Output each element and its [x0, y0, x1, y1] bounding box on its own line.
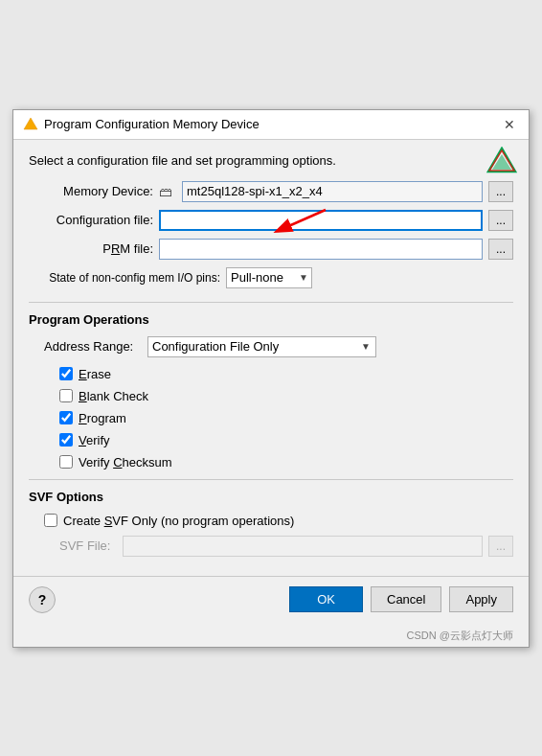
svf-file-label: SVF File: [59, 538, 117, 553]
erase-checkbox[interactable] [59, 367, 73, 380]
dialog-title: Program Configuration Memory Device [44, 117, 260, 131]
blank-check-row: Blank Check [59, 389, 513, 403]
watermark: CSDN @云影点灯大师 [13, 627, 529, 647]
program-label: Program [79, 411, 126, 425]
create-svf-label: Create SVF Only (no program operations) [63, 514, 294, 528]
prm-file-label: PRM file: [29, 241, 153, 256]
footer-right: OK Cancel Apply [289, 586, 513, 612]
config-file-browse-button[interactable]: ... [488, 210, 513, 231]
svf-options-title: SVF Options [29, 490, 513, 504]
prm-file-input[interactable] [159, 239, 483, 260]
ok-button[interactable]: OK [289, 586, 363, 612]
memory-device-label: Memory Device: [29, 184, 153, 198]
address-range-label: Address Range: [44, 339, 140, 354]
prm-file-browse-button[interactable]: ... [488, 239, 513, 260]
memory-device-row: Memory Device: 🗃 ... [29, 181, 513, 202]
verify-checksum-row: Verify Checksum [59, 455, 513, 470]
program-operations-title: Program Operations [29, 312, 513, 327]
title-bar: Program Configuration Memory Device ✕ [13, 110, 529, 140]
svf-divider [29, 479, 513, 480]
dialog-subtitle: Select a configuration file and set prog… [29, 153, 513, 168]
state-row: State of non-config mem I/O pins: Pull-n… [29, 267, 513, 288]
close-button[interactable]: ✕ [500, 116, 519, 133]
program-row: Program [59, 411, 513, 425]
config-file-label: Configuration file: [29, 213, 153, 227]
program-checkbox[interactable] [59, 411, 73, 424]
verify-checksum-label: Verify Checksum [79, 455, 172, 470]
section-divider [29, 302, 513, 303]
address-range-select[interactable]: Configuration File Only Entire Configura… [147, 336, 376, 357]
memory-device-input[interactable] [182, 181, 483, 202]
title-bar-left: Program Configuration Memory Device [23, 117, 260, 132]
program-config-dialog: Program Configuration Memory Device ✕ Se… [12, 109, 530, 648]
memory-device-browse-button[interactable]: ... [488, 181, 513, 202]
address-select-wrapper: Configuration File Only Entire Configura… [147, 336, 376, 357]
svf-file-input [123, 536, 483, 557]
app-icon [23, 117, 38, 132]
state-select-wrapper: Pull-none Pull-up Pull-down ▼ [226, 267, 312, 288]
create-svf-checkbox[interactable] [44, 514, 57, 527]
address-range-row: Address Range: Configuration File Only E… [44, 336, 513, 357]
verify-row: Verify [59, 433, 513, 447]
dialog-body: Select a configuration file and set prog… [13, 140, 529, 570]
verify-checkbox[interactable] [59, 433, 73, 447]
help-button[interactable]: ? [29, 586, 56, 613]
checkbox-list: Erase Blank Check Program Verify Verify … [59, 367, 513, 470]
config-file-row: Configuration file: ... [29, 210, 513, 231]
create-svf-row: Create SVF Only (no program operations) [44, 514, 513, 528]
dialog-footer: ? OK Cancel Apply [13, 576, 529, 627]
svg-marker-0 [24, 118, 37, 129]
verify-checksum-checkbox[interactable] [59, 455, 73, 469]
state-label: State of non-config mem I/O pins: [29, 271, 220, 285]
erase-row: Erase [59, 367, 513, 381]
logo-area [486, 147, 517, 180]
program-operations-section: Program Operations Address Range: Config… [29, 312, 513, 470]
verify-label: Verify [79, 433, 110, 447]
svf-options-section: SVF Options Create SVF Only (no program … [29, 490, 513, 557]
svf-browse-button: ... [488, 536, 513, 557]
cancel-button[interactable]: Cancel [371, 586, 441, 612]
apply-button[interactable]: Apply [449, 586, 513, 612]
form-section: Memory Device: 🗃 ... Configuration file:… [29, 181, 513, 288]
memory-device-icon: 🗃 [159, 184, 172, 199]
erase-label: Erase [79, 367, 111, 381]
state-select[interactable]: Pull-none Pull-up Pull-down [226, 267, 312, 288]
blank-check-label: Blank Check [79, 389, 148, 403]
svf-file-row: SVF File: ... [59, 536, 513, 557]
footer-left: ? [29, 586, 56, 613]
blank-check-checkbox[interactable] [59, 389, 73, 402]
config-file-input[interactable] [159, 210, 483, 231]
xilinx-logo [486, 147, 517, 177]
prm-file-row: PRM file: ... [29, 239, 513, 260]
